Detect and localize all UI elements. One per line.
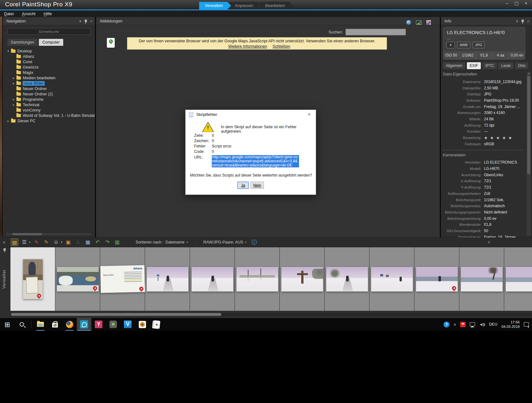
panel-pin-icon[interactable] [522,20,524,22]
menu-datei[interactable]: Datei [0,11,18,16]
taskbar-explorer-button[interactable] [33,318,48,331]
info-tab-orte[interactable]: Orte [515,62,528,69]
dialog-title-bar[interactable]: Skriptfehler × [186,110,316,119]
navigation-horizontal-scrollbar[interactable] [6,233,91,236]
scrollbar-thumb[interactable] [13,233,42,235]
thumbnail[interactable] [459,247,504,311]
taskbar-y-button[interactable]: Y [91,318,106,331]
info-tab-iptc[interactable]: IPTC [482,62,497,69]
taskbar-store-button[interactable] [48,318,62,331]
share-icon[interactable]: ∴ [74,238,82,246]
thumbnail-grid-icon[interactable] [426,20,431,25]
collapse-palette-icon[interactable]: ∨ [488,240,490,244]
taskbar-fx-button[interactable]: ✱ [106,318,120,331]
chevron-down-icon[interactable]: ▾ [29,241,31,244]
undo-icon[interactable]: ↶ [94,238,101,246]
info-tab-leute[interactable]: Leute [498,62,514,69]
sort-value[interactable]: Dateiname [165,240,184,244]
people-tag-icon[interactable]: ☺ [52,238,60,246]
info-tab-exif[interactable]: EXIF [467,62,481,69]
tree-item[interactable]: Corel [3,59,95,64]
map-search-input[interactable] [345,29,406,35]
network-tray-icon[interactable] [470,322,475,326]
taskbar-search-button[interactable] [15,318,29,331]
volume-tray-icon[interactable]: ◄))) [479,322,485,326]
thumbnail[interactable] [235,247,280,311]
panel-close-icon[interactable]: × [527,19,529,23]
url-value-selected[interactable]: http://maps.google.com/maps/api/js?clien… [212,155,299,167]
tree-item[interactable]: ▸Technisat [3,102,95,107]
menu-hilfe[interactable]: Hilfe [40,11,56,16]
tree-item[interactable]: ▾Desktop [3,48,95,54]
rotate-right-icon[interactable]: ✎ [43,238,50,246]
tree-item[interactable]: Magix [3,70,95,75]
chevron-down-icon[interactable]: ▾ [61,241,63,244]
scrollbar-thumb[interactable] [527,76,530,174]
more-info-link[interactable]: Weitere Informationen [228,44,267,49]
tree-item[interactable]: vonConny [3,107,95,113]
taskbar-xnview-button[interactable] [135,318,150,331]
organizer-close-icon[interactable]: × [0,240,8,245]
raw-jpg-control[interactable]: RAW/JPG-Paare: AUS ▾ [196,240,247,244]
menu-ansicht[interactable]: Ansicht [18,11,40,16]
tree-item[interactable]: ▸Programme [3,97,95,102]
thumbnail-view-icon[interactable]: ▤ [11,238,18,246]
info-tab-allgemein[interactable]: Allgemein [443,62,465,69]
quick-search-input[interactable] [8,28,90,35]
dialog-button-ja[interactable]: Ja [237,182,249,189]
workspace-tab-anpassen[interactable]: Anpassen [229,2,261,9]
rotate-left-icon[interactable]: ✎ [33,238,40,246]
thumbnail[interactable] [10,247,55,311]
chevron-down-icon[interactable]: ▾ [245,241,247,244]
batch-process-icon[interactable]: ▣ [64,238,72,246]
panel-pin-icon[interactable] [85,20,87,22]
nav-tab-sammlungen[interactable]: Sammlungen [7,39,38,46]
dialog-button-nein[interactable]: Nein [250,182,264,189]
taskbar-psp-button[interactable] [77,318,91,331]
tree-open-icon[interactable]: ▾ [6,50,10,53]
tree-closed-icon[interactable]: ▸ [11,103,16,106]
thumbnail[interactable] [280,247,325,311]
calendar-icon[interactable]: ▥ [113,238,121,246]
workspace-tab-verwalten[interactable]: Verwalten [199,2,231,9]
thumbnail[interactable] [55,247,100,311]
tree-item[interactable]: Gewürze [3,64,95,70]
thumbnail[interactable] [325,247,370,311]
thumbnail[interactable] [504,247,532,311]
detail-view-icon[interactable]: ☰ [21,238,28,246]
antivirus-tray-icon[interactable]: ☂ [460,322,466,327]
action-center-icon[interactable] [524,322,529,327]
map-image-icon[interactable]: ▦ [84,238,92,246]
thumbnail[interactable] [190,247,235,311]
keyboard-language[interactable]: DEU [489,322,497,327]
workspace-tab-bearbeiten[interactable]: Bearbeiten [260,2,293,9]
sort-control[interactable]: Sortieren nach : Dateiname ▾ [136,240,188,244]
preview-view-icon[interactable] [416,21,422,25]
taskbar-clock[interactable]: 17:56 04.03.2018 [501,320,520,329]
info-vertical-scrollbar[interactable]: ∧ [527,72,531,236]
taskbar-firefox-button[interactable] [62,318,77,331]
panel-menu-icon[interactable]: ▾ [79,19,81,23]
tray-expand-icon[interactable]: ∧ [454,322,456,327]
minimize-button[interactable]: – [502,0,512,7]
rail-pin-icon[interactable] [3,248,6,251]
tree-item[interactable]: ▸neue Bilder [3,81,95,86]
tree-closed-icon[interactable]: ▸ [6,119,10,123]
close-warning-link[interactable]: Schließen [272,44,290,49]
map-view-icon[interactable] [406,20,411,25]
thumbnail[interactable] [145,247,190,311]
chevron-down-icon[interactable]: ▾ [187,241,188,244]
tree-closed-icon[interactable]: ▸ [11,98,16,101]
scroll-up-icon[interactable]: ∧ [527,72,530,75]
thumbnail-scrollbar[interactable] [10,313,532,316]
taskbar-v-button[interactable]: V [120,318,135,331]
tree-item[interactable]: Neuer Ordner (2) [3,91,95,97]
help-tray-icon[interactable]: ? [443,322,449,328]
maximize-button[interactable]: ▢ [512,0,521,7]
scrollbar-thumb[interactable] [11,313,221,316]
thumbnail[interactable] [370,247,414,311]
tree-item[interactable]: Allianz [3,54,95,59]
dialog-close-button[interactable]: × [303,110,316,119]
map-marker-control[interactable] [107,38,115,48]
panel-menu-icon[interactable]: ▾ [516,19,518,23]
